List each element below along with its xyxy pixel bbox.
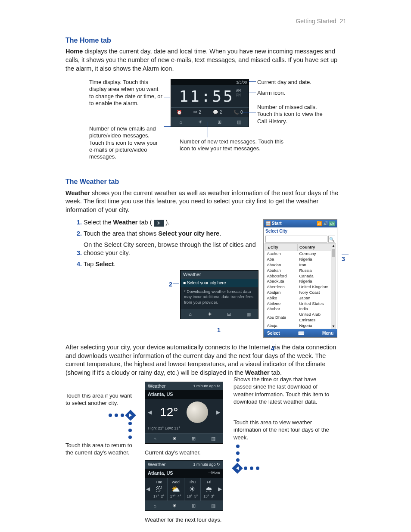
caption-current: Current day's weather. — [145, 449, 223, 457]
weather-screens-diagram: Touch this area if you want to select an… — [65, 382, 340, 524]
table-row[interactable]: AbadanIran — [265, 262, 336, 268]
page-header: Getting Started 21 — [22, 17, 346, 25]
table-row[interactable]: AbakanRussia — [265, 268, 336, 274]
forecast-day: Wed⛅17° 4° — [168, 478, 184, 501]
home-screen-mock: ⏰ 3/3/08 11:55 AM PM ⏰ ✉2 💬2 📞0 ⌂ ☀ ⊞ — [171, 79, 249, 127]
swipe-left-icon — [234, 464, 333, 472]
forecast-day: Tue⛈17° 2° — [151, 478, 168, 501]
weather-select-city-prompt-mock: Weather ■ Select your city here * Downlo… — [180, 270, 258, 319]
ann-view-forecast: Touch this area to view weather informat… — [234, 419, 333, 442]
prev-arrow-icon[interactable]: ◀ — [148, 409, 152, 416]
alarm-icon: ⏰ — [177, 109, 182, 115]
menu-button[interactable]: Menu — [322, 330, 333, 336]
section-name: Getting Started — [296, 18, 336, 25]
ann-missed-calls: Number of missed calls. Touch this icon … — [257, 104, 330, 125]
city-list[interactable]: AachenGermanyAbaNigeriaAbadanIranAbakanR… — [265, 251, 336, 329]
prev-arrow-icon[interactable]: ◀ — [145, 485, 151, 492]
table-row[interactable]: AbikoJapan — [265, 296, 336, 301]
weather-forecast-screen-mock: Weather 1 minute ago ↻ Atlanta, US →More… — [145, 460, 223, 511]
keyboard-icon[interactable]: ⌨ — [298, 330, 304, 336]
ann-sms-count: Number of new text messages. Touch this … — [180, 138, 287, 152]
table-row[interactable]: AbaNigeria — [265, 257, 336, 262]
footer-home-icon: ⌂ — [177, 119, 184, 125]
callout-3: 3 — [342, 255, 345, 262]
heading-home-tab: The Home tab — [65, 36, 340, 45]
callout-2: 2 — [169, 280, 172, 289]
email-icon: ✉ — [193, 109, 197, 115]
table-row[interactable]: AboharIndia — [265, 306, 336, 312]
ann-return-current: Touch this area to return to the current… — [65, 442, 134, 457]
next-arrow-icon[interactable]: ▶ — [217, 485, 223, 492]
search-icon[interactable]: 🔍 — [328, 236, 335, 243]
table-row[interactable]: AberdeenUnited Kingdom — [265, 284, 336, 290]
ann-email-count: Number of new emails and picture/video m… — [89, 125, 162, 160]
table-row[interactable]: AbileneUnited States — [265, 301, 336, 307]
home-diagram: Time display. Touch this display area wh… — [65, 79, 340, 169]
weather-graphic-moon — [187, 401, 208, 423]
table-row[interactable]: AachenGermany — [265, 251, 336, 257]
city-search-input[interactable] — [265, 236, 327, 243]
ann-select-another-city: Touch this area if you want to select an… — [65, 392, 134, 407]
weather-tab-icon: ☀ — [154, 220, 164, 227]
page-number: 21 — [339, 18, 346, 25]
table-row[interactable]: Abu DhabiUnited Arab Emirates — [265, 312, 336, 323]
footer-apps-icon: ⊞ — [216, 119, 223, 125]
ann-last-download: Shows the time or days that have passed … — [234, 376, 333, 406]
table-row[interactable]: AbujaNigeria — [265, 323, 336, 329]
scrollbar[interactable]: ▲ ▼ — [331, 244, 336, 328]
clock-time: 11:55 — [179, 86, 234, 107]
ann-alarm: Alarm icon. — [257, 90, 330, 96]
footer-media-icon: ▥ — [236, 119, 243, 125]
forecast-day: Fri🌧13° 3° — [201, 478, 217, 501]
select-city-screen-mock: 🪟 Start 📶 🔊 ok Select City 🔍 ▲City Count… — [263, 219, 337, 338]
next-arrow-icon[interactable]: ▶ — [216, 409, 220, 416]
table-row[interactable]: AbeokutaNigeria — [265, 279, 336, 284]
date-label: 3/3/08 — [236, 80, 247, 85]
call-icon: 📞 — [234, 109, 239, 115]
forecast-day: Thu☀18° 5° — [184, 478, 201, 501]
home-intro: Home displays the current day, date and … — [65, 47, 340, 73]
weather-intro: Weather shows you the current weather as… — [65, 189, 340, 215]
heading-weather-tab: The Weather tab — [65, 177, 340, 187]
sms-icon: 💬 — [213, 109, 218, 115]
table-row[interactable]: AbidjanIvory Coast — [265, 290, 336, 296]
ann-date: Current day and date. — [257, 79, 330, 86]
caption-forecast: Weather for the next four days. — [145, 516, 223, 524]
vertical-dots — [236, 445, 333, 462]
weather-current-screen-mock: Weather 1 minute ago ↻ Atlanta, US ◀ 12°… — [145, 382, 223, 444]
select-button[interactable]: Select — [267, 330, 280, 336]
ann-time-display: Time display. Touch this display area wh… — [89, 79, 162, 107]
callout-4: 4 — [271, 345, 274, 353]
swipe-right-icon — [65, 411, 134, 419]
callout-1: 1 — [217, 326, 221, 334]
table-row[interactable]: AbbotsfordCanada — [265, 274, 336, 279]
vertical-dots — [65, 422, 132, 439]
footer-weather-icon: ☀ — [197, 119, 204, 125]
